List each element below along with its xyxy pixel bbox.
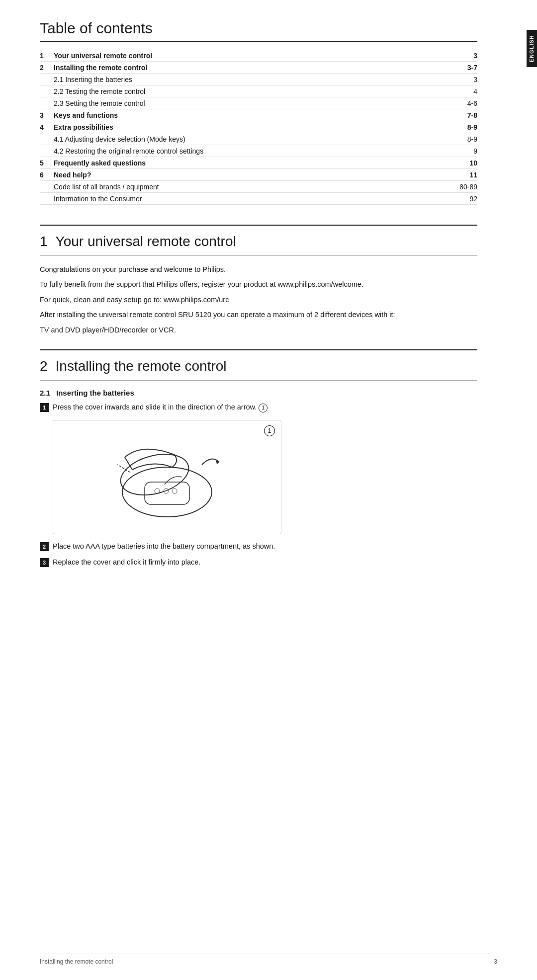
- toc-row: 3Keys and functions7-8: [40, 109, 477, 121]
- toc-row-num: 6: [40, 171, 54, 179]
- remote-illustration: [88, 427, 247, 527]
- content-area: Table of contents 1Your universal remote…: [0, 0, 517, 603]
- toc-row: 4.1 Adjusting device selection (Mode key…: [40, 133, 477, 145]
- svg-point-3: [155, 489, 160, 493]
- section1-paragraph: Congratulations on your purchase and wel…: [40, 264, 477, 275]
- toc-row-text: Extra possibilities: [54, 123, 452, 131]
- toc-row-text: Installing the remote control: [54, 64, 452, 72]
- toc-row: 2.1 Inserting the batteries3: [40, 74, 477, 85]
- toc-row: 4Extra possibilities8-9: [40, 121, 477, 133]
- toc-row-page: 7-8: [452, 111, 477, 119]
- toc-row-page: 80-89: [452, 183, 477, 191]
- subsection-2-1-heading: 2.1 Inserting the batteries: [40, 389, 477, 397]
- toc-section: Table of contents 1Your universal remote…: [40, 20, 477, 205]
- toc-row: 2.2 Testing the remote control4: [40, 85, 477, 97]
- toc-row-text: Frequently asked questions: [54, 159, 452, 167]
- step-badge: 3: [40, 558, 49, 567]
- toc-row: 2.3 Setting the remote control4-6: [40, 97, 477, 109]
- toc-row-page: 10: [452, 159, 477, 167]
- section2-divider: [40, 349, 477, 350]
- footer-left: Installing the remote control: [40, 958, 113, 965]
- toc-list: 1Your universal remote control32Installi…: [40, 50, 477, 205]
- section1-paragraph: To fully benefit from the support that P…: [40, 279, 477, 290]
- section2-num: 2: [40, 358, 48, 374]
- toc-row-num: 5: [40, 159, 54, 167]
- step-item: 2Place two AAA type batteries into the b…: [40, 541, 477, 552]
- step-badge: 2: [40, 542, 49, 551]
- section1-paragraph: TV and DVD player/HDD/recorder or VCR.: [40, 325, 477, 335]
- step-circle-num: 1: [259, 404, 268, 412]
- language-tab: ENGLISH: [527, 30, 537, 67]
- toc-row: 2Installing the remote control3-7: [40, 62, 477, 74]
- step-text: Place two AAA type batteries into the ba…: [53, 541, 275, 552]
- section2-heading: 2 Installing the remote control: [40, 358, 477, 374]
- step-text: Press the cover inwards and slide it in …: [53, 402, 268, 413]
- toc-row-page: 3-7: [452, 64, 477, 72]
- section1-paragraph: After installing the universal remote co…: [40, 309, 477, 320]
- toc-row-text: 2.1 Inserting the batteries: [54, 76, 452, 83]
- svg-point-5: [172, 489, 177, 493]
- remote-image-box: 1 1: [53, 420, 281, 534]
- toc-row-num: 1: [40, 52, 54, 60]
- section1-divider-thin: [40, 255, 477, 256]
- step-item: 3Replace the cover and click it firmly i…: [40, 557, 477, 568]
- toc-row-page: 9: [452, 147, 477, 155]
- toc-row: Information to the Consumer92: [40, 193, 477, 205]
- toc-row-text: Code list of all brands / equipment: [54, 183, 452, 191]
- step-badge: 1: [40, 403, 49, 412]
- toc-row: 5Frequently asked questions10: [40, 157, 477, 169]
- toc-title: Table of contents: [40, 20, 477, 42]
- toc-row-text: Need help?: [54, 171, 452, 179]
- subsection-2-1-title: Inserting the batteries: [56, 389, 134, 397]
- toc-row-page: 8-9: [452, 135, 477, 143]
- section1-divider: [40, 225, 477, 226]
- svg-point-0: [122, 467, 212, 517]
- toc-row: 4.2 Restoring the original remote contro…: [40, 145, 477, 157]
- section1-heading: 1 Your universal remote control: [40, 234, 477, 249]
- toc-row-text: 2.3 Setting the remote control: [54, 99, 452, 107]
- toc-row-page: 11: [452, 171, 477, 179]
- toc-row-page: 4: [452, 87, 477, 95]
- toc-row-num: 3: [40, 111, 54, 119]
- step-item: 1Press the cover inwards and slide it in…: [40, 402, 477, 413]
- footer-right: 3: [494, 958, 497, 965]
- toc-row-text: 2.2 Testing the remote control: [54, 87, 452, 95]
- section2-title: Installing the remote control: [56, 358, 227, 374]
- page-footer: Installing the remote control 3: [40, 954, 497, 965]
- toc-row: 1Your universal remote control3: [40, 50, 477, 62]
- section1-paragraph: For quick, clean and easy setup go to: w…: [40, 294, 477, 305]
- toc-row-page: 4-6: [452, 99, 477, 107]
- image-circle-num: 1: [264, 425, 275, 436]
- section1-title: Your universal remote control: [56, 234, 236, 249]
- page-wrapper: ENGLISH Table of contents 1Your universa…: [0, 0, 537, 980]
- toc-row-text: Keys and functions: [54, 111, 452, 119]
- toc-row-page: 8-9: [452, 123, 477, 131]
- section1-num: 1: [40, 234, 48, 249]
- toc-row-num: 2: [40, 64, 54, 72]
- steps-container: 1Press the cover inwards and slide it in…: [40, 402, 477, 568]
- section2-divider-thin: [40, 380, 477, 381]
- toc-row-text: Information to the Consumer: [54, 195, 452, 203]
- toc-row: 6Need help?11: [40, 169, 477, 181]
- toc-row-text: 4.2 Restoring the original remote contro…: [54, 147, 452, 155]
- toc-row-page: 3: [452, 76, 477, 83]
- toc-row-text: 4.1 Adjusting device selection (Mode key…: [54, 135, 452, 143]
- toc-row-page: 3: [452, 52, 477, 60]
- toc-row-text: Your universal remote control: [54, 52, 452, 60]
- step-text: Replace the cover and click it firmly in…: [53, 557, 200, 568]
- toc-row-num: 4: [40, 123, 54, 131]
- toc-row-page: 92: [452, 195, 477, 203]
- toc-row: Code list of all brands / equipment80-89: [40, 181, 477, 193]
- subsection-2-1-num: 2.1: [40, 389, 50, 397]
- section1-body: Congratulations on your purchase and wel…: [40, 264, 477, 335]
